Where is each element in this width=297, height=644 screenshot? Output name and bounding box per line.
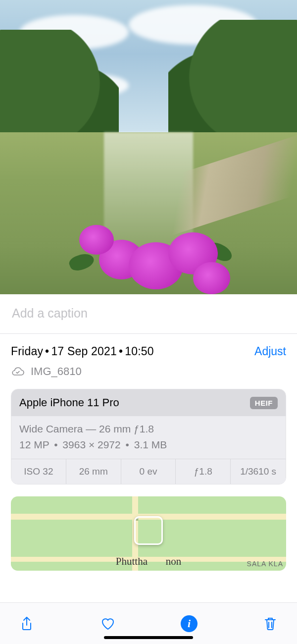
camera-stats: 12 MP • 3963 × 2972 • 3.1 MB	[19, 439, 278, 451]
camera-mp: 12 MP	[19, 439, 49, 450]
camera-info-card: Apple iPhone 11 Pro HEIF Wide Camera — 2…	[11, 389, 286, 484]
map-place-label: Phuttha non	[116, 555, 181, 568]
photo-date: 17 Sep 2021	[51, 345, 117, 358]
location-map[interactable]: Phuttha non SALA KLA	[11, 496, 286, 571]
photo-preview[interactable]	[0, 0, 297, 294]
delete-button[interactable]	[260, 614, 280, 634]
photo-day: Friday	[11, 345, 43, 358]
photo-time: 10:50	[125, 345, 154, 358]
home-indicator[interactable]	[104, 636, 193, 639]
flowers	[69, 200, 228, 294]
spec-iso: ISO 32	[11, 459, 66, 484]
format-badge: HEIF	[250, 397, 278, 409]
camera-device: Apple iPhone 11 Pro	[19, 396, 119, 409]
photo-metadata: Friday•17 Sep 2021•10:50 Adjust IMG_6810	[0, 334, 297, 378]
cloud-synced-icon	[11, 366, 25, 377]
info-button[interactable]: i	[179, 614, 199, 634]
favorite-button[interactable]	[98, 614, 118, 634]
map-photo-pin[interactable]	[134, 516, 163, 545]
spec-aperture: ƒ1.8	[176, 459, 231, 484]
adjust-button[interactable]: Adjust	[254, 345, 286, 358]
camera-specs-row: ISO 32 26 mm 0 ev ƒ1.8 1/3610 s	[11, 459, 286, 484]
trash-icon	[262, 616, 278, 632]
caption-field[interactable]: Add a caption	[0, 294, 297, 333]
heart-icon	[100, 616, 116, 632]
photo-filename: IMG_6810	[31, 365, 82, 378]
camera-filesize: 3.1 MB	[134, 439, 167, 450]
camera-lens: Wide Camera — 26 mm ƒ1.8	[19, 423, 278, 435]
map-place-secondary: SALA KLA	[247, 560, 283, 568]
spec-ev: 0 ev	[121, 459, 176, 484]
spec-shutter: 1/3610 s	[231, 459, 286, 484]
share-icon	[19, 616, 35, 632]
spec-focal: 26 mm	[66, 459, 121, 484]
share-button[interactable]	[17, 614, 37, 634]
photo-datetime: Friday•17 Sep 2021•10:50	[11, 345, 154, 358]
camera-dimensions: 3963 × 2972	[62, 439, 120, 450]
info-icon: i	[181, 615, 198, 632]
